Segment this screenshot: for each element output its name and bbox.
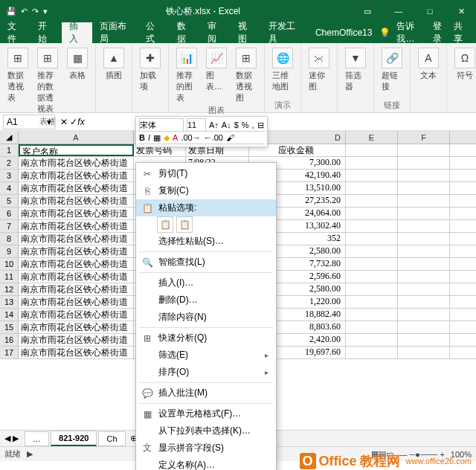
tab-file[interactable]: 文件 — [0, 22, 30, 43]
charts-button[interactable]: 📈图表… — [203, 46, 230, 94]
tell-me[interactable]: 告诉我… — [396, 20, 426, 45]
cell[interactable] — [398, 245, 450, 257]
cell[interactable] — [398, 157, 450, 169]
ctx-copy[interactable]: ⎘复制(C) — [136, 182, 276, 199]
tab-view[interactable]: 视图 — [231, 22, 261, 43]
ctx-dropdown-list[interactable]: 从下拉列表中选择(K)… — [136, 422, 276, 440]
cell[interactable] — [346, 271, 398, 283]
cell[interactable] — [346, 283, 398, 295]
sparklines-button[interactable]: ⩙迷你图 — [306, 46, 332, 94]
tab-formulas[interactable]: 公式 — [138, 22, 169, 43]
cell[interactable]: 南京市雨花台区铁心桥街道 — [19, 182, 134, 194]
row-header[interactable]: 14 — [0, 309, 19, 321]
cell[interactable] — [398, 258, 450, 270]
tab-chemoffice[interactable]: ChemOffice13 — [308, 22, 379, 43]
cell[interactable] — [398, 347, 450, 358]
name-box[interactable]: A1▾ — [3, 115, 55, 129]
cell[interactable] — [398, 207, 450, 219]
font-color-icon[interactable]: A — [173, 133, 178, 142]
cell[interactable] — [346, 182, 398, 194]
cell[interactable]: 南京市雨花台区铁心桥街道 — [19, 233, 134, 245]
ctx-clear[interactable]: 清除内容(N) — [136, 309, 276, 326]
sheet-tab-821-920[interactable]: 821-920 — [51, 431, 97, 446]
cell[interactable]: 南京市雨花台区铁心桥街道 — [19, 245, 134, 257]
ctx-insert-comment[interactable]: 💬插入批注(M) — [136, 384, 276, 402]
sheet-nav[interactable]: ◀ ▶ — [0, 434, 23, 443]
symbols-button[interactable]: Ω符号 — [451, 46, 476, 83]
cell[interactable]: 南京市雨花台区铁心桥街道 — [19, 207, 134, 219]
paste-all-icon[interactable]: 📋 — [157, 216, 173, 233]
row-header[interactable]: 6 — [0, 207, 19, 219]
cell[interactable] — [346, 334, 398, 346]
macro-rec-icon[interactable]: ▶ — [21, 449, 33, 459]
cell[interactable] — [398, 271, 450, 283]
cell[interactable] — [346, 157, 398, 169]
font-size-combo[interactable] — [187, 118, 206, 132]
ctx-delete[interactable]: 删除(D)… — [136, 292, 276, 309]
row-header[interactable]: 12 — [0, 283, 19, 295]
row-header[interactable]: 2 — [0, 157, 19, 169]
cell[interactable] — [346, 309, 398, 321]
cell[interactable] — [346, 233, 398, 245]
pivot-chart-button[interactable]: ⊞数据透视图 — [233, 46, 260, 105]
cell[interactable] — [398, 182, 450, 194]
cell[interactable] — [346, 220, 398, 232]
cell[interactable] — [346, 347, 398, 358]
table-button[interactable]: ▦表格 — [64, 46, 91, 83]
cell[interactable]: 南京市雨花台区铁心桥街道 — [19, 271, 134, 283]
merge-icon[interactable]: ⊟ — [257, 120, 264, 130]
tab-developer[interactable]: 开发工具 — [261, 22, 308, 43]
sheet-nav-more[interactable]: … — [25, 431, 49, 446]
row-header[interactable]: 5 — [0, 195, 19, 207]
rec-pivot-button[interactable]: ⊞推荐的数据透视表 — [34, 46, 61, 116]
row-header[interactable]: 10 — [0, 258, 19, 270]
share-button[interactable]: 共享 — [454, 20, 469, 45]
tab-home[interactable]: 开始 — [30, 22, 61, 43]
pivot-table-button[interactable]: ⊞数据透视表 — [4, 46, 31, 105]
mini-toolbar[interactable]: A↑ A↓ $ % , ⊟ B I ▦ ◆ A .00→ ←.00 🖌 — [135, 116, 268, 147]
font-name-combo[interactable] — [139, 118, 184, 132]
cell[interactable]: 南京市雨花台区铁心桥街道 — [19, 283, 134, 295]
cell[interactable] — [346, 144, 398, 156]
percent-icon[interactable]: % — [242, 120, 249, 129]
decrease-decimal-icon[interactable]: .00→ — [181, 133, 200, 142]
row-header[interactable]: 15 — [0, 321, 19, 333]
col-header-e[interactable]: E — [346, 131, 398, 144]
cell[interactable]: 南京市雨花台区铁心桥街道 — [19, 309, 134, 321]
qat-customize-icon[interactable]: ▾ — [43, 7, 48, 16]
border-icon[interactable]: ▦ — [153, 133, 161, 143]
ctx-paste-options[interactable]: 📋粘贴选项: — [136, 199, 276, 216]
row-header[interactable]: 1 — [0, 144, 19, 156]
ctx-sort[interactable]: 排序(O)▸ — [136, 364, 276, 381]
cell[interactable] — [346, 296, 398, 308]
ctx-cut[interactable]: ✂剪切(T) — [136, 165, 276, 182]
decrease-font-icon[interactable]: A↓ — [222, 120, 231, 129]
cell[interactable]: 南京市雨花台区铁心桥街道 — [19, 157, 134, 169]
ctx-format-cells[interactable]: ▦设置单元格格式(F)… — [136, 405, 276, 422]
row-header[interactable]: 13 — [0, 296, 19, 308]
cell[interactable] — [398, 195, 450, 207]
sheet-tab-ch[interactable]: Ch — [98, 431, 125, 446]
ctx-define-name[interactable]: 定义名称(A)… — [136, 457, 276, 470]
fill-color-icon[interactable]: ◆ — [164, 133, 170, 143]
cell[interactable] — [398, 283, 450, 295]
text-button[interactable]: A文本 — [415, 46, 442, 83]
close-button[interactable]: ✕ — [446, 0, 476, 22]
row-header[interactable]: 17 — [0, 347, 19, 358]
cell[interactable]: 客户名称 — [19, 144, 134, 156]
paste-values-icon[interactable]: 📋 — [176, 216, 193, 233]
cell[interactable]: 南京市雨花台区铁心桥街道 — [19, 334, 134, 346]
signin[interactable]: 登录 — [433, 20, 448, 45]
row-header[interactable]: 8 — [0, 233, 19, 245]
ctx-quick-analysis[interactable]: ⊞快速分析(Q) — [136, 329, 276, 347]
cell[interactable] — [398, 170, 450, 181]
undo-icon[interactable]: ↶ — [21, 7, 28, 16]
tab-layout[interactable]: 页面布局 — [92, 22, 139, 43]
cell[interactable] — [398, 321, 450, 333]
cell[interactable] — [398, 233, 450, 245]
cell[interactable]: 南京市雨花台区铁心桥街道 — [19, 195, 134, 207]
accounting-format-icon[interactable]: $ — [234, 120, 239, 129]
select-all-corner[interactable]: ◢ — [0, 131, 19, 144]
tab-review[interactable]: 审阅 — [200, 22, 231, 43]
addins-button[interactable]: ✚加载项 — [137, 46, 164, 94]
